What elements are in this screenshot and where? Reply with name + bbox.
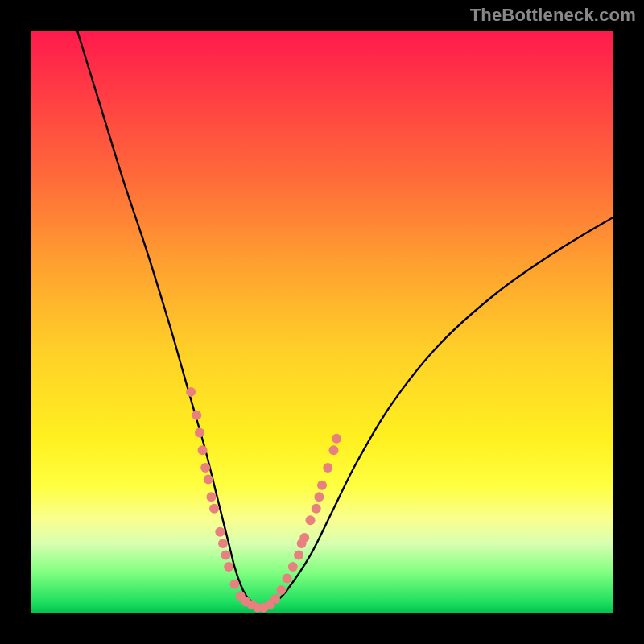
highlight-dot — [299, 533, 309, 543]
highlight-dot — [288, 562, 298, 572]
highlight-dot — [328, 445, 338, 455]
highlight-dot — [221, 551, 231, 560]
bottleneck-curve — [77, 31, 613, 608]
highlight-dot — [215, 527, 225, 537]
highlight-dot — [195, 428, 204, 438]
highlight-dot — [332, 434, 341, 444]
highlight-dot — [317, 481, 327, 490]
highlight-dot — [204, 474, 213, 484]
watermark-text: TheBottleneck.com — [470, 5, 636, 26]
highlight-dot — [312, 504, 321, 514]
highlight-dot — [283, 574, 292, 584]
highlight-dot — [224, 562, 233, 572]
highlight-dot — [198, 445, 208, 455]
highlight-dot — [206, 492, 216, 502]
chart-svg — [31, 31, 613, 613]
plot-area — [31, 31, 613, 613]
highlight-dot — [229, 580, 239, 589]
highlight-dot — [270, 594, 280, 604]
chart-frame: TheBottleneck.com — [0, 0, 644, 644]
highlight-dot — [192, 411, 201, 420]
highlight-dot — [306, 515, 316, 525]
highlight-dot — [323, 463, 332, 473]
highlight-dot — [200, 463, 210, 473]
highlight-dot — [276, 585, 286, 595]
highlight-dot — [218, 539, 228, 548]
highlight-dot — [209, 504, 219, 514]
highlight-dot — [186, 387, 196, 397]
highlight-dot — [294, 551, 303, 560]
highlight-dots — [186, 387, 341, 613]
highlight-dot — [314, 492, 324, 502]
